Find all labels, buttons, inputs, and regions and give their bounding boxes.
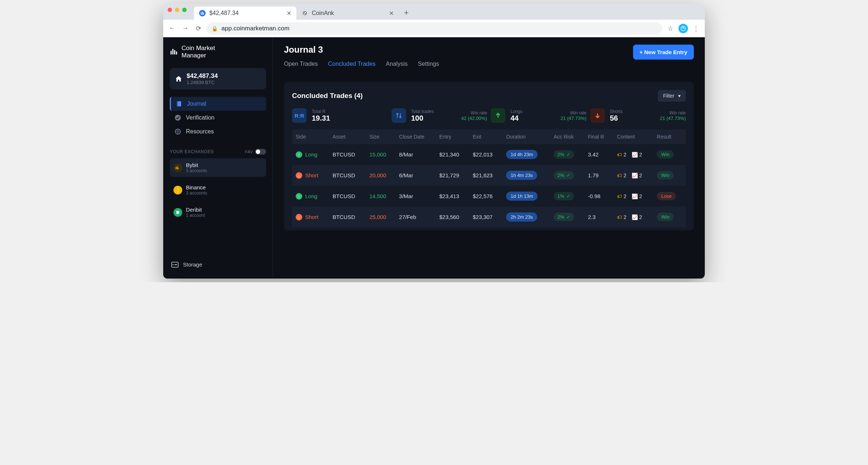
tab-concluded-trades[interactable]: Concluded Trades — [328, 61, 376, 69]
traffic-lights — [168, 4, 194, 20]
exchange-item-binance[interactable]: Binance 3 accounts — [170, 181, 266, 199]
cell-asset: BTCUSD — [329, 186, 366, 207]
result-pill: Lose — [657, 192, 676, 200]
check-icon: ✓ — [566, 193, 570, 199]
content-icons[interactable]: 🏷2 📈2 — [617, 152, 650, 158]
fav-label: FAV — [245, 150, 253, 154]
col-size[interactable]: Size — [366, 129, 395, 144]
bookmark-star-icon[interactable]: ☆ — [665, 24, 676, 33]
tab-analysis[interactable]: Analysis — [386, 61, 408, 69]
journal-icon — [175, 101, 183, 107]
deribit-icon — [173, 208, 182, 217]
svg-rect-6 — [171, 51, 172, 54]
col-asset[interactable]: Asset — [329, 129, 366, 144]
table-row[interactable]: ↑ Long BTCUSD 14,500 3/Mar $23,413 $22,5… — [292, 186, 686, 207]
balance-card[interactable]: $42,487.34 1.24939 BTC — [170, 68, 266, 90]
sidebar-item-verification[interactable]: Verification — [170, 111, 266, 125]
profile-avatar-icon[interactable] — [678, 24, 688, 33]
tab-settings[interactable]: Settings — [418, 61, 439, 69]
binance-icon — [173, 186, 182, 194]
cell-size: 14,500 — [366, 186, 395, 207]
trades-table: Side Asset Size Close Date Entry ExitDur… — [292, 129, 686, 227]
cell-close-date: 8/Mar — [396, 144, 436, 165]
exchange-name: Bybit — [186, 162, 207, 168]
chevron-down-icon: ▾ — [678, 93, 681, 99]
close-window-icon[interactable] — [168, 8, 172, 12]
table-row[interactable]: ↓ Short BTCUSD 25,000 27/Feb $23,560 $23… — [292, 207, 686, 227]
exchange-item-bybit[interactable]: Bybit 3 accounts — [170, 158, 266, 177]
cell-close-date: 3/Mar — [396, 186, 436, 207]
sidebar-item-resources[interactable]: Resources — [170, 125, 266, 139]
brand-line2: Manager — [182, 52, 215, 59]
cell-final-r: -0.98 — [584, 186, 613, 207]
col-exit[interactable]: Exit — [469, 129, 502, 144]
content-icons[interactable]: 🏷2 📈2 — [617, 214, 650, 220]
cell-entry: $23,560 — [436, 207, 469, 227]
col-result[interactable]: Result — [653, 129, 686, 144]
result-pill: Win — [657, 213, 674, 221]
table-row[interactable]: ↓ Short BTCUSD 20,000 6/Mar $21,729 $21,… — [292, 165, 686, 186]
cell-entry: $21,340 — [436, 144, 469, 165]
check-icon: ✓ — [566, 173, 570, 178]
minimize-window-icon[interactable] — [175, 8, 179, 12]
tab-open-trades[interactable]: Open Trades — [284, 61, 318, 69]
balance-btc: 1.24939 BTC — [187, 80, 218, 85]
arrow-down-icon — [590, 108, 605, 123]
duration-pill: 1d 4h 23m — [506, 150, 537, 159]
brand-line1: Coin Market — [182, 45, 215, 52]
new-tab-button[interactable]: + — [399, 8, 414, 20]
col-content[interactable]: Content — [613, 129, 653, 144]
browser-tab-active[interactable]: $42,487.34 ✕ — [194, 7, 296, 20]
browser-tab[interactable]: CoinAnk ✕ — [296, 7, 399, 20]
side-label: Long — [305, 193, 317, 199]
svg-rect-19 — [177, 191, 179, 192]
close-tab-icon[interactable]: ✕ — [287, 10, 291, 17]
new-trade-entry-button[interactable]: + New Trade Entry — [633, 45, 694, 60]
close-tab-icon[interactable]: ✕ — [389, 10, 394, 17]
table-row[interactable]: ↑ Long BTCUSD 15,000 8/Mar $21,340 $22,0… — [292, 144, 686, 165]
nav-label: Resources — [186, 128, 214, 135]
forward-button[interactable]: → — [180, 24, 190, 32]
cell-size: 25,000 — [366, 207, 395, 227]
menu-kebab-icon[interactable]: ⋮ — [691, 24, 701, 33]
col-duration[interactable]: Duration — [502, 129, 550, 144]
favicon-icon — [302, 10, 308, 16]
col-entry[interactable]: Entry — [436, 129, 469, 144]
check-icon: ✓ — [566, 152, 570, 157]
filter-button[interactable]: Filter ▾ — [658, 90, 686, 102]
logo-mark-icon — [170, 48, 178, 56]
col-close[interactable]: Close Date — [396, 129, 436, 144]
result-pill: Win — [657, 171, 674, 179]
chart-line-icon: 📈 — [632, 152, 638, 158]
lock-icon: 🔒 — [212, 26, 218, 31]
cell-entry: $21,729 — [436, 165, 469, 186]
maximize-window-icon[interactable] — [182, 8, 187, 12]
cell-size: 20,000 — [366, 165, 395, 186]
sidebar-item-storage[interactable]: Storage — [170, 258, 266, 271]
arrow-up-icon: ↑ — [296, 151, 302, 158]
content-icons[interactable]: 🏷2 📈2 — [617, 173, 650, 178]
home-icon — [175, 75, 182, 83]
chart-line-icon: 📈 — [632, 193, 638, 199]
sidebar-item-journal[interactable]: Journal — [170, 97, 266, 111]
cell-final-r: 2.3 — [584, 207, 613, 227]
col-side[interactable]: Side — [292, 129, 329, 144]
stat-shorts: Shorts 56 Win rate 21 (47.73%) — [590, 108, 686, 123]
address-bar[interactable]: 🔒 app.coinmarketman.com — [206, 22, 662, 35]
content-icons[interactable]: 🏷2 📈2 — [617, 193, 650, 199]
cell-final-r: 3.42 — [584, 144, 613, 165]
url-text: app.coinmarketman.com — [221, 25, 289, 32]
sidebar-nav: Journal Verification Resources — [170, 97, 266, 139]
reload-button[interactable]: ⟳ — [193, 24, 203, 33]
fav-toggle-switch[interactable] — [255, 149, 266, 155]
back-button[interactable]: ← — [167, 24, 177, 32]
svg-rect-22 — [175, 264, 177, 265]
side-badge: ↓ Short — [296, 172, 325, 179]
svg-point-5 — [682, 27, 684, 29]
exchanges-section-label: YOUR EXCHANGES FAV — [170, 149, 266, 155]
chart-line-icon: 📈 — [632, 214, 638, 220]
brand-logo[interactable]: Coin Market Manager — [170, 45, 266, 59]
exchange-item-deribit[interactable]: Deribit 1 account — [170, 203, 266, 222]
col-risk[interactable]: Acc Risk — [550, 129, 584, 144]
col-finalr[interactable]: Final R — [584, 129, 613, 144]
